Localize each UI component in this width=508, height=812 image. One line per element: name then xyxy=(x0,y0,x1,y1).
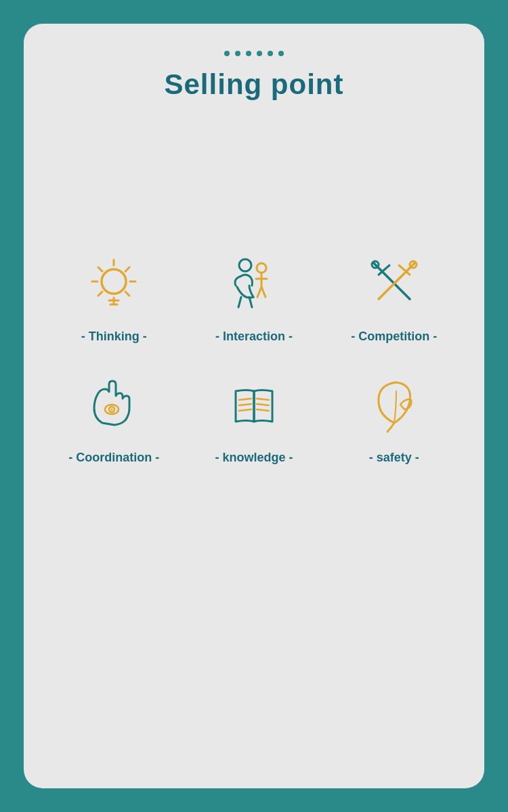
dot-3 xyxy=(246,51,251,56)
svg-line-18 xyxy=(261,287,266,297)
safety-icon xyxy=(360,371,428,438)
svg-point-27 xyxy=(111,409,113,411)
competition-label: - Competition - xyxy=(351,330,437,344)
list-item: - Interaction - xyxy=(191,250,318,344)
svg-line-31 xyxy=(239,409,251,411)
svg-line-17 xyxy=(257,287,261,297)
thinking-icon xyxy=(80,250,148,317)
svg-point-11 xyxy=(257,263,266,273)
svg-line-32 xyxy=(257,399,269,400)
svg-line-7 xyxy=(125,267,129,271)
features-grid: - Thinking - xyxy=(37,250,471,465)
list-item: - Coordination - xyxy=(51,371,177,465)
svg-line-22 xyxy=(379,263,415,299)
svg-line-13 xyxy=(238,297,241,307)
dot-2 xyxy=(235,51,240,56)
svg-line-5 xyxy=(98,267,102,271)
knowledge-icon xyxy=(220,371,288,438)
svg-line-8 xyxy=(98,292,102,296)
dot-row xyxy=(224,51,284,56)
competition-icon xyxy=(360,250,428,317)
list-item: - Thinking - xyxy=(51,250,177,344)
list-item: - Competition - xyxy=(331,250,457,344)
interaction-icon xyxy=(220,250,288,317)
coordination-icon xyxy=(80,371,148,438)
svg-point-0 xyxy=(102,269,126,294)
thinking-label: - Thinking - xyxy=(81,330,147,344)
svg-line-33 xyxy=(257,404,269,405)
svg-line-29 xyxy=(239,399,251,400)
main-card: Selling point xyxy=(24,24,484,788)
dot-4 xyxy=(257,51,262,56)
svg-line-19 xyxy=(374,263,410,299)
svg-point-12 xyxy=(239,259,251,271)
svg-line-34 xyxy=(257,409,269,411)
interaction-label: - Interaction - xyxy=(215,330,293,344)
dot-6 xyxy=(278,51,284,56)
svg-line-6 xyxy=(125,292,129,296)
dot-1 xyxy=(224,51,230,56)
list-item: - knowledge - xyxy=(191,371,318,465)
list-item: - safety - xyxy=(331,371,457,465)
svg-line-30 xyxy=(239,404,251,405)
page-title: Selling point xyxy=(165,68,344,101)
knowledge-label: - knowledge - xyxy=(215,451,293,465)
dot-5 xyxy=(268,51,273,56)
safety-label: - safety - xyxy=(369,451,419,465)
coordination-label: - Coordination - xyxy=(68,451,159,465)
